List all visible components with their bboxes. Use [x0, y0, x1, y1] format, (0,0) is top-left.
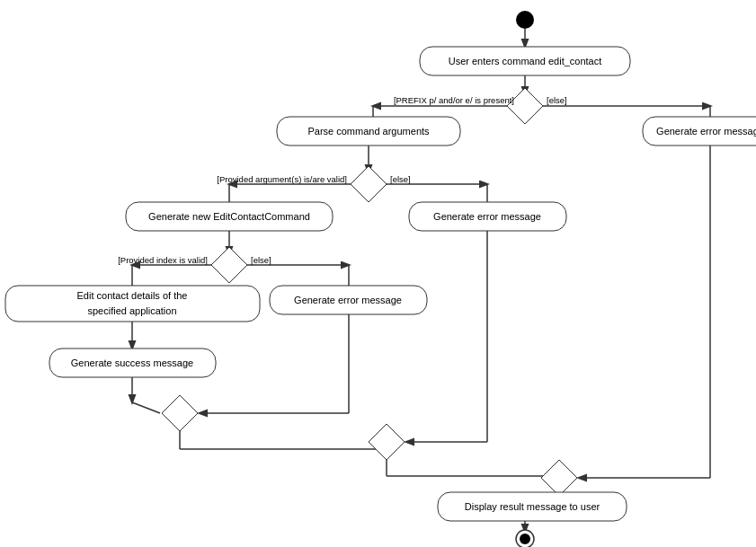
label-edit-contact-line1: Edit contact details of the	[77, 290, 188, 301]
label-d2-true: [Provided argument(s) is/are valid]	[217, 174, 347, 184]
diamond1	[507, 88, 543, 124]
diagram-container: User enters command edit_contact [PREFIX…	[0, 0, 756, 547]
diamond3	[211, 247, 247, 283]
diagram-svg: User enters command edit_contact [PREFIX…	[0, 0, 756, 547]
end-inner	[520, 534, 530, 544]
diamond2	[351, 166, 387, 202]
label-parse-args: Parse command arguments	[307, 126, 430, 137]
label-d3-else: [else]	[251, 255, 271, 265]
label-d3-true: [Provided index is valid]	[118, 255, 208, 265]
edge-success-d4b	[132, 402, 160, 413]
label-success: Generate success message	[71, 357, 193, 368]
start-node	[516, 11, 534, 29]
diamond6	[541, 460, 577, 496]
label-edit-contact-line2: specified application	[87, 305, 176, 316]
label-user-enter: User enters command edit_contact	[449, 56, 602, 66]
diamond4	[162, 395, 198, 431]
label-error3: Generate error message	[294, 295, 402, 305]
label-d2-else: [else]	[390, 174, 411, 184]
label-error1: Generate error message	[656, 126, 756, 137]
label-d1-else: [else]	[547, 95, 567, 105]
label-error2: Generate error message	[433, 211, 541, 222]
label-gen-edit-cmd: Generate new EditContactCommand	[148, 211, 310, 222]
label-display-result: Display result message to user	[465, 501, 600, 512]
label-d1-true: [PREFIX p/ and/or e/ is present]	[394, 95, 514, 105]
diamond5	[369, 424, 405, 460]
